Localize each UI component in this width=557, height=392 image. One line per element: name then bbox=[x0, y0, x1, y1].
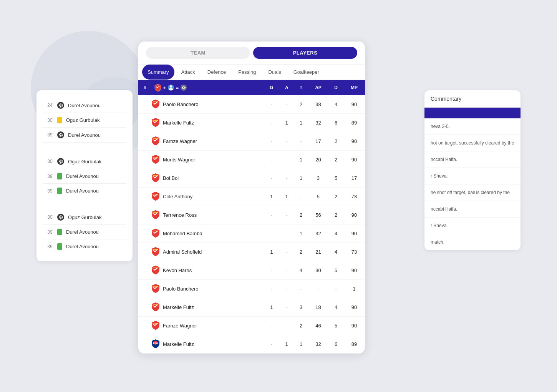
yellow-card-icon bbox=[57, 117, 62, 123]
team-toggle[interactable]: TEAM bbox=[146, 47, 250, 59]
row-player: Paolo Banchero bbox=[149, 280, 264, 298]
row-ap: 32 bbox=[308, 224, 329, 243]
team-badge bbox=[151, 136, 160, 146]
row-d: 4 bbox=[328, 224, 343, 243]
commentary-item: r Sheva. bbox=[424, 218, 521, 234]
row-d: 4 bbox=[328, 95, 343, 114]
row-t: 3 bbox=[294, 298, 308, 317]
team-badge bbox=[151, 99, 160, 110]
col-d: D bbox=[328, 80, 343, 95]
row-num bbox=[138, 317, 149, 335]
team-badge bbox=[151, 247, 160, 257]
row-mp: 90 bbox=[343, 317, 365, 335]
row-a: - bbox=[279, 169, 294, 188]
team-badge bbox=[151, 191, 160, 202]
col-g: G bbox=[264, 80, 279, 95]
row-ap: 30 bbox=[308, 261, 329, 280]
event-row: 30' ⚽ Oguz Gurbulak bbox=[43, 210, 126, 225]
commentary-item: he shot off target, ball is cleared by t… bbox=[424, 184, 521, 201]
row-g: - bbox=[264, 317, 279, 335]
team-badge bbox=[151, 321, 160, 331]
row-a: - bbox=[279, 151, 294, 169]
players-toggle[interactable]: PLAYERS bbox=[253, 47, 357, 59]
row-ap: 5 bbox=[308, 188, 329, 206]
row-num bbox=[138, 224, 149, 243]
row-d: 2 bbox=[328, 206, 343, 224]
commentary-item: heva 2-0. bbox=[424, 118, 521, 135]
row-ap: 46 bbox=[308, 317, 329, 335]
row-mp: 89 bbox=[343, 335, 365, 354]
row-mp: 90 bbox=[343, 95, 365, 114]
tab-attack[interactable]: Attack bbox=[176, 65, 201, 80]
row-g: - bbox=[264, 224, 279, 243]
row-a: - bbox=[279, 317, 294, 335]
row-ap: 18 bbox=[308, 298, 329, 317]
row-g: - bbox=[264, 335, 279, 354]
left-events-panel: 24' ⚽ Durel Avounou 30' Oguz Gurbulak 39… bbox=[36, 90, 133, 261]
table-row: Farnze Wagner - - 2 46 5 90 bbox=[138, 317, 365, 335]
row-mp: 17 bbox=[343, 169, 365, 188]
row-a: - bbox=[279, 224, 294, 243]
row-ap: 21 bbox=[308, 243, 329, 261]
col-t: T bbox=[294, 80, 308, 95]
row-num bbox=[138, 95, 149, 114]
green-card-icon bbox=[57, 188, 62, 194]
event-row: 24' ⚽ Durel Avounou bbox=[43, 98, 126, 113]
tab-goalkeeper[interactable]: Goalkeeper bbox=[288, 65, 325, 80]
row-mp: 90 bbox=[343, 298, 365, 317]
players-table: # + bbox=[138, 80, 365, 354]
table-row: Kevon Harris - - 4 30 5 90 bbox=[138, 261, 365, 280]
player-icon bbox=[167, 84, 174, 91]
row-d: 4 bbox=[328, 243, 343, 261]
goal-icon: ⚽ bbox=[57, 131, 64, 138]
table-row: Farnze Wagner - - - 17 2 90 bbox=[138, 132, 365, 151]
commentary-active-item bbox=[424, 108, 521, 118]
tab-defence[interactable]: Defence bbox=[202, 65, 231, 80]
green-card-icon bbox=[57, 229, 62, 235]
row-g: - bbox=[264, 151, 279, 169]
row-num bbox=[138, 188, 149, 206]
row-g: 1 bbox=[264, 243, 279, 261]
row-t: 2 bbox=[294, 95, 308, 114]
table-row: Terrrence Ross - - 2 56 2 90 bbox=[138, 206, 365, 224]
team-badge bbox=[151, 302, 160, 312]
row-num bbox=[138, 132, 149, 151]
row-mp: 89 bbox=[343, 114, 365, 132]
team-badge bbox=[151, 284, 160, 294]
goal-icon: ⚽ bbox=[57, 214, 64, 221]
row-a: - bbox=[279, 206, 294, 224]
commentary-item: nccabi Haifa. bbox=[424, 201, 521, 218]
main-card: TEAM PLAYERS Summary Attack Defence Pass… bbox=[138, 42, 365, 354]
row-ap: 38 bbox=[308, 95, 329, 114]
col-a: A bbox=[279, 80, 294, 95]
row-player: Morits Wagner bbox=[149, 151, 264, 169]
players-table-container[interactable]: # + bbox=[138, 80, 365, 354]
row-mp: 90 bbox=[343, 224, 365, 243]
row-mp: 90 bbox=[343, 206, 365, 224]
row-a: 1 bbox=[279, 188, 294, 206]
row-player: Mohamed Bamba bbox=[149, 224, 264, 243]
event-row: 30' ⚽ Oguz Gurbulak bbox=[43, 154, 126, 169]
row-num bbox=[138, 298, 149, 317]
row-g: 1 bbox=[264, 188, 279, 206]
team-badge bbox=[151, 265, 160, 276]
row-t: - bbox=[294, 280, 308, 298]
goal-icon: ⚽ bbox=[57, 158, 64, 165]
commentary-item: hot on target, successfully cleared by t… bbox=[424, 135, 521, 151]
table-row: Bol Bol - - 1 3 5 17 bbox=[138, 169, 365, 188]
row-ap: - bbox=[308, 280, 329, 298]
row-t: 4 bbox=[294, 261, 308, 280]
row-player: Markelle Fultz bbox=[149, 298, 264, 317]
tab-summary[interactable]: Summary bbox=[142, 65, 174, 80]
tab-passing[interactable]: Passing bbox=[233, 65, 261, 80]
row-g: - bbox=[264, 95, 279, 114]
row-a: - bbox=[279, 132, 294, 151]
team-badge bbox=[151, 118, 160, 128]
row-ap: 17 bbox=[308, 132, 329, 151]
row-g: - bbox=[264, 169, 279, 188]
tab-duals[interactable]: Duals bbox=[263, 65, 286, 80]
row-ap: 20 bbox=[308, 151, 329, 169]
row-a: - bbox=[279, 261, 294, 280]
col-player: + = bbox=[149, 80, 264, 95]
row-player: Paolo Banchero bbox=[149, 95, 264, 114]
